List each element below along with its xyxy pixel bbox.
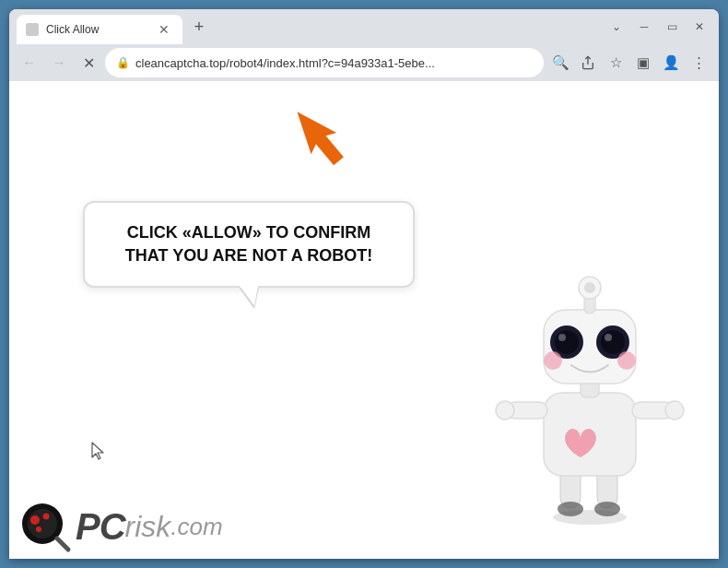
pcrisk-pc-text: PC xyxy=(76,506,125,548)
svg-point-20 xyxy=(544,351,562,370)
svg-point-15 xyxy=(555,330,579,354)
chevron-down-icon[interactable]: ⌄ xyxy=(605,15,628,39)
robot-illustration xyxy=(488,236,691,531)
bubble-text: CLICK «ALLOW» TO CONFIRM THAT YOU ARE NO… xyxy=(107,221,391,267)
svg-point-18 xyxy=(601,330,625,354)
svg-point-16 xyxy=(558,334,566,341)
svg-point-26 xyxy=(28,509,57,538)
page-content: CLICK «ALLOW» TO CONFIRM THAT YOU ARE NO… xyxy=(9,81,719,559)
maximize-button[interactable]: ▭ xyxy=(660,15,684,39)
svg-line-30 xyxy=(57,538,68,550)
mouse-cursor xyxy=(90,441,107,466)
svg-point-5 xyxy=(558,502,583,516)
menu-icon[interactable]: ⋮ xyxy=(686,50,711,76)
svg-point-10 xyxy=(496,401,514,420)
pcrisk-risk-text: risk xyxy=(125,510,171,544)
svg-point-24 xyxy=(584,282,595,293)
svg-point-6 xyxy=(594,502,620,516)
pcrisk-logo: PCrisk.com xyxy=(9,494,232,559)
svg-point-21 xyxy=(617,351,636,370)
pcrisk-dotcom-text: .com xyxy=(170,513,222,541)
address-bar[interactable]: 🔒 cleancaptcha.top/robot4/index.html?c=9… xyxy=(105,48,544,77)
toolbar-icons: 🔍 ☆ ▣ 👤 ⋮ xyxy=(547,50,711,76)
close-button[interactable]: ✕ xyxy=(687,15,711,39)
svg-point-11 xyxy=(665,401,684,420)
url-text: cleancaptcha.top/robot4/index.html?c=94a… xyxy=(135,56,533,70)
back-button[interactable]: ← xyxy=(17,50,42,76)
search-icon[interactable]: 🔍 xyxy=(547,50,573,76)
bookmark-icon[interactable]: ☆ xyxy=(603,50,628,76)
tab-favicon xyxy=(26,23,39,36)
forward-button[interactable]: → xyxy=(46,50,72,76)
browser-window: Click Allow ✕ + ⌄ ─ ▭ ✕ ← → ✕ 🔒 cleancap… xyxy=(9,9,719,559)
svg-point-29 xyxy=(36,527,41,532)
svg-point-28 xyxy=(43,514,50,520)
title-bar: Click Allow ✕ + ⌄ ─ ▭ ✕ xyxy=(9,9,719,44)
lock-icon: 🔒 xyxy=(116,56,130,69)
desktop-icon[interactable]: ▣ xyxy=(630,50,656,76)
reload-button[interactable]: ✕ xyxy=(76,50,101,76)
svg-point-19 xyxy=(605,334,612,341)
speech-bubble: CLICK «ALLOW» TO CONFIRM THAT YOU ARE NO… xyxy=(83,201,415,288)
window-controls: ⌄ ─ ▭ ✕ xyxy=(597,15,711,39)
new-tab-button[interactable]: + xyxy=(186,14,212,40)
svg-marker-1 xyxy=(285,101,352,172)
minimize-button[interactable]: ─ xyxy=(632,15,656,39)
profile-icon[interactable]: 👤 xyxy=(658,50,684,76)
share-icon[interactable] xyxy=(575,50,601,76)
tab-title: Click Allow xyxy=(46,23,147,36)
active-tab[interactable]: Click Allow ✕ xyxy=(17,15,182,44)
tab-close-button[interactable]: ✕ xyxy=(155,21,173,38)
tab-area: Click Allow ✕ + xyxy=(17,9,597,44)
svg-point-27 xyxy=(30,515,40,525)
toolbar: ← → ✕ 🔒 cleancaptcha.top/robot4/index.ht… xyxy=(9,44,719,81)
